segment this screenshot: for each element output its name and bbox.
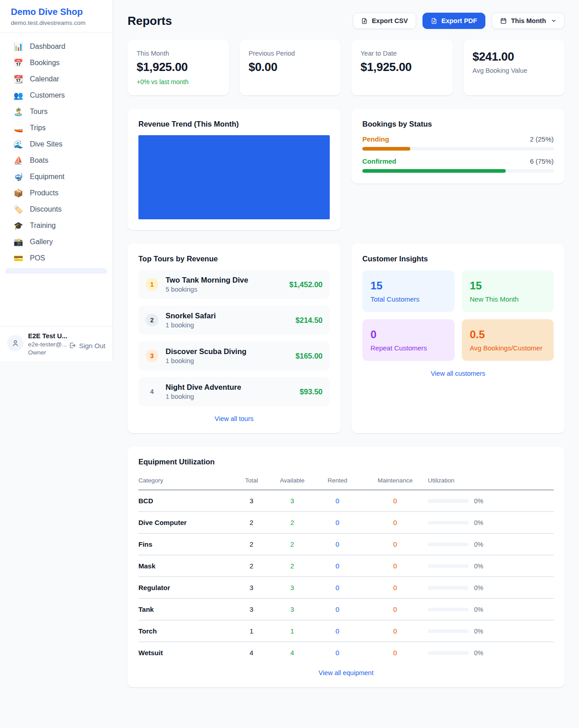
sidebar-item-trips[interactable]: 🚤 Trips (5, 120, 108, 136)
sidebar-item-pos[interactable]: 💳 POS (5, 250, 108, 266)
table-row: Mask 2 2 0 0 0% (138, 555, 554, 577)
tile-repeat-customers: 0 Repeat Customers (362, 319, 455, 361)
list-item: 1 Two Tank Morning Dive 5 bookings $1,45… (138, 270, 330, 299)
column-header: Maintenance (362, 472, 428, 490)
stat-value: $241.00 (473, 50, 556, 64)
sidebar-item-label: Boats (30, 156, 48, 165)
sidebar: Demo Dive Shop demo.test.divestreams.com… (0, 0, 113, 361)
sidebar-item-discounts[interactable]: 🏷️ Discounts (5, 201, 108, 217)
tour-bookings: 5 bookings (166, 286, 248, 293)
utilization-cell: 0% (428, 519, 554, 526)
view-all-equipment-link[interactable]: View all equipment (138, 669, 554, 676)
sidebar-item-label: Tours (30, 108, 47, 116)
sidebar-item-label: Dashboard (30, 43, 65, 51)
tile-value: 15 (370, 279, 446, 292)
view-all-customers-link[interactable]: View all customers (362, 370, 554, 377)
user-info: E2E Test U... e2e-tester@... Owner (28, 332, 64, 356)
table-row: Tank 3 3 0 0 0% (138, 599, 554, 620)
sidebar-item-label: Gallery (30, 238, 53, 246)
tile-label: Repeat Customers (370, 344, 446, 352)
customers-icon: 👥 (14, 92, 24, 99)
sidebar-item-equipment[interactable]: 🤿 Equipment (5, 169, 108, 185)
status-label: Pending (362, 135, 389, 143)
user-role: Owner (28, 349, 64, 356)
tour-name: Snorkel Safari (166, 312, 216, 320)
table-header-row: Category Total Available Rented Maintena… (138, 472, 554, 490)
column-header: Available (272, 472, 313, 490)
status-progress-track (362, 169, 554, 173)
sidebar-item-bookings[interactable]: 📅 Bookings (5, 55, 108, 71)
status-progress-fill (362, 169, 506, 173)
export-pdf-button[interactable]: Export PDF (422, 13, 485, 29)
equipment-utilization-title: Equipment Utilization (138, 458, 554, 466)
insight-tiles: 15 Total Customers 15 New This Month 0 R… (362, 270, 554, 361)
page-header: Reports Export CSV Export PDF This Month (128, 13, 565, 29)
page-title: Reports (128, 14, 172, 28)
camera-icon: 📸 (14, 238, 24, 246)
sidebar-item-label: Equipment (30, 173, 65, 181)
sidebar-item-calendar[interactable]: 📆 Calendar (5, 71, 108, 87)
app-title: Demo Dive Shop (11, 7, 102, 17)
stat-card-avg-booking-value: $241.00 Avg Booking Value (464, 40, 565, 95)
status-progress-track (362, 147, 554, 151)
period-dropdown[interactable]: This Month (492, 13, 565, 29)
sidebar-item-products[interactable]: 📦 Products (5, 185, 108, 201)
logout-icon (69, 342, 76, 349)
dashboard-icon: 📊 (14, 43, 24, 51)
status-row-pending: Pending 2 (25%) (362, 135, 554, 151)
utilization-cell: 0% (428, 563, 554, 570)
diving-mask-icon: 🤿 (14, 173, 24, 181)
sign-out-label: Sign Out (79, 342, 105, 350)
file-download-icon (431, 18, 437, 24)
stat-label: Year to Date (361, 50, 444, 57)
status-label: Confirmed (362, 157, 396, 165)
stat-label: Avg Booking Value (473, 67, 556, 74)
stat-label: Previous Period (249, 50, 332, 57)
package-icon: 📦 (14, 189, 24, 197)
sidebar-item-label: Bookings (30, 59, 60, 67)
sidebar-item-training[interactable]: 🎓 Training (5, 217, 108, 234)
utilization-bar (428, 543, 469, 546)
column-header: Utilization (428, 472, 554, 490)
sidebar-item-boats[interactable]: ⛵ Boats (5, 152, 108, 169)
tile-value: 0.5 (470, 328, 546, 341)
tile-label: New This Month (470, 295, 546, 303)
utilization-cell: 0% (428, 541, 554, 548)
sidebar-item-label: Products (30, 189, 58, 197)
equipment-table: Category Total Available Rented Maintena… (138, 472, 554, 660)
tour-name: Discover Scuba Diving (166, 347, 247, 356)
utilization-cell: 0% (428, 606, 554, 613)
user-email: e2e-tester@... (28, 341, 64, 348)
view-all-tours-link[interactable]: View all tours (138, 415, 330, 422)
sidebar-item-dashboard[interactable]: 📊 Dashboard (5, 38, 108, 55)
tile-value: 15 (470, 279, 546, 292)
sidebar-item-tours[interactable]: 🏝️ Tours (5, 104, 108, 120)
sidebar-item-gallery[interactable]: 📸 Gallery (5, 234, 108, 250)
column-header: Total (231, 472, 272, 490)
tile-label: Avg Bookings/Customer (470, 344, 546, 352)
utilization-cell: 0% (428, 497, 554, 505)
sidebar-item-customers[interactable]: 👥 Customers (5, 87, 108, 104)
stat-value: $0.00 (249, 60, 332, 74)
equipment-utilization-card: Equipment Utilization Category Total Ava… (128, 447, 565, 687)
tour-name: Two Tank Morning Dive (166, 276, 248, 284)
export-csv-button[interactable]: Export CSV (353, 13, 416, 29)
avatar (7, 335, 24, 351)
stat-value: $1,925.00 (137, 60, 220, 74)
active-nav-highlight (5, 268, 107, 274)
status-count: 6 (75%) (530, 157, 554, 165)
column-header: Rented (313, 472, 362, 490)
tour-revenue: $93.50 (300, 388, 323, 396)
sidebar-item-dive-sites[interactable]: 🌊 Dive Sites (5, 136, 108, 152)
status-count: 2 (25%) (530, 135, 554, 143)
sidebar-item-label: Trips (30, 124, 46, 132)
sidebar-item-label: Customers (30, 91, 65, 99)
customer-insights-title: Customer Insights (362, 255, 554, 263)
status-row-confirmed: Confirmed 6 (75%) (362, 157, 554, 173)
sign-out-button[interactable]: Sign Out (69, 342, 105, 350)
table-row: Dive Computer 2 2 0 0 0% (138, 512, 554, 534)
tile-total-customers: 15 Total Customers (362, 270, 455, 312)
list-item: 2 Snorkel Safari 1 booking $214.50 (138, 306, 330, 335)
stat-card-previous-period: Previous Period $0.00 (240, 40, 341, 95)
revenue-trend-title: Revenue Trend (This Month) (138, 120, 330, 128)
